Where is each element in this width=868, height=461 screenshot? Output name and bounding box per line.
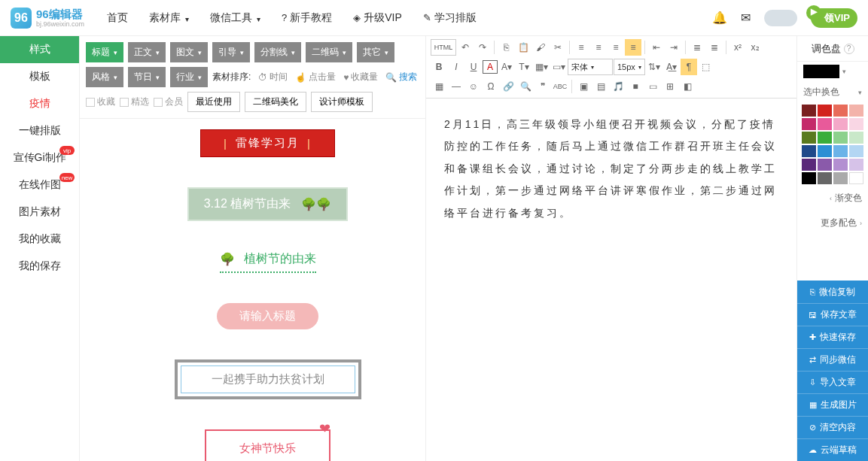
nav-materials[interactable]: 素材库 — [149, 11, 189, 25]
cat-other[interactable]: 其它 — [357, 42, 394, 62]
color-swatch[interactable] — [849, 172, 863, 184]
more-colors-link[interactable]: 更多配色› — [797, 211, 868, 235]
redo-icon[interactable]: ↷ — [474, 39, 491, 56]
paste-icon[interactable]: 📋 — [515, 39, 531, 56]
indent-more-icon[interactable]: ⇥ — [665, 39, 682, 56]
user-avatar[interactable] — [764, 10, 797, 26]
action-2[interactable]: ✚快速保存 — [797, 326, 868, 348]
mail-icon[interactable]: ✉ — [741, 11, 751, 25]
font-size-select[interactable]: 15px — [614, 59, 645, 75]
search-link[interactable]: 🔍搜索 — [385, 71, 417, 83]
sidebar-online-draw[interactable]: 在线作图new — [0, 171, 79, 199]
card-icon[interactable]: ▭ — [644, 78, 661, 95]
chk-fav[interactable]: 收藏 — [86, 96, 115, 108]
color-swatch[interactable] — [802, 145, 816, 157]
align-left-icon[interactable]: ≡ — [573, 39, 589, 56]
copy-icon[interactable]: ⎘ — [498, 39, 514, 56]
align-center-icon[interactable]: ≡ — [590, 39, 607, 56]
sidebar-favorites[interactable]: 我的收藏 — [0, 226, 79, 253]
color-swatch[interactable] — [849, 118, 863, 130]
letter-spacing-icon[interactable]: A͟▾ — [663, 59, 680, 75]
quote-icon[interactable]: ❞ — [535, 78, 551, 95]
color-swatch[interactable] — [849, 145, 863, 157]
color-swatch[interactable] — [833, 159, 848, 171]
help-icon[interactable]: ? — [844, 44, 854, 54]
btn-designer-tpl[interactable]: 设计师模板 — [311, 92, 373, 112]
action-0[interactable]: ⎘微信复制 — [797, 281, 868, 303]
html-source-button[interactable]: HTML — [431, 39, 456, 56]
filter-festival[interactable]: 节日 — [128, 67, 166, 87]
action-3[interactable]: ⇄同步微信 — [797, 348, 868, 371]
template-leifeng[interactable]: 雷锋学习月 — [200, 129, 335, 157]
audio-icon[interactable]: 🎵 — [610, 78, 626, 95]
line-height-icon[interactable]: ⇅▾ — [646, 59, 662, 75]
bold-icon[interactable]: B — [431, 59, 447, 75]
color-swatch[interactable] — [802, 118, 816, 130]
color-swatch[interactable] — [833, 132, 848, 144]
template-goddess-day[interactable]: 女神节快乐 — [205, 429, 330, 461]
action-4[interactable]: ⇩导入文章 — [797, 371, 868, 393]
font-color-icon[interactable]: A▾ — [498, 59, 515, 75]
sidebar-saved[interactable]: 我的保存 — [0, 253, 79, 280]
select-all-icon[interactable]: ⬚ — [698, 59, 714, 75]
nav-upgrade-vip[interactable]: ◈升级VIP — [353, 11, 402, 25]
color-swatch[interactable] — [833, 145, 848, 157]
color-swatch[interactable] — [802, 172, 816, 184]
chevron-down-icon[interactable]: ▾ — [858, 89, 862, 96]
cat-qrcode[interactable]: 二维码 — [306, 42, 352, 62]
action-1[interactable]: 🖫保存文章 — [797, 303, 868, 326]
chk-featured[interactable]: 精选 — [120, 96, 149, 108]
font-format-icon[interactable]: T▾ — [516, 59, 532, 75]
align-right-icon[interactable]: ≡ — [608, 39, 624, 56]
format-brush-icon[interactable]: 🖌 — [532, 39, 549, 56]
color-swatch[interactable] — [818, 132, 832, 144]
paragraph-icon[interactable]: ¶ — [681, 59, 697, 75]
color-swatch[interactable] — [802, 105, 816, 117]
underline-icon[interactable]: U — [465, 59, 482, 75]
btn-qr-beautify[interactable]: 二维码美化 — [245, 92, 306, 112]
clear-format-icon[interactable]: ✂ — [550, 39, 566, 56]
table-icon[interactable]: ▦ — [431, 78, 447, 95]
bell-icon[interactable]: 🔔 — [712, 11, 727, 25]
color-swatch[interactable] — [849, 105, 863, 117]
vote-icon[interactable]: ⊞ — [662, 78, 678, 95]
action-5[interactable]: ▦生成图片 — [797, 393, 868, 416]
filter-industry[interactable]: 行业 — [170, 67, 208, 87]
template-arbor-origin2[interactable]: 🌳植树节的由来 — [220, 251, 316, 273]
video-icon[interactable]: ■ — [627, 78, 644, 95]
color-swatch[interactable] — [833, 118, 848, 130]
sort-clicks[interactable]: ☝点击量 — [295, 71, 336, 83]
subscript-icon[interactable]: x₂ — [747, 39, 763, 56]
gradient-link[interactable]: ‹渐变色 — [797, 186, 868, 211]
cat-divider[interactable]: 分割线 — [254, 42, 301, 62]
color-swatch[interactable] — [818, 159, 832, 171]
color-swatch[interactable] — [849, 132, 863, 144]
color-swatch[interactable] — [849, 159, 863, 171]
nav-learn-layout[interactable]: ✎学习排版 — [423, 11, 477, 25]
template-poverty-plan[interactable]: 一起携手助力扶贫计划 — [175, 359, 361, 399]
border-icon[interactable]: ▭▾ — [550, 59, 567, 75]
indent-less-icon[interactable]: ⇤ — [648, 39, 665, 56]
logo[interactable]: 96 96编辑器 bj.96weixin.com — [11, 8, 84, 29]
color-swatch[interactable] — [802, 159, 816, 171]
color-swatch[interactable] — [818, 105, 832, 117]
action-7[interactable]: ☁云端草稿 — [797, 438, 868, 461]
sort-time[interactable]: ⏱时间 — [258, 71, 288, 83]
cat-text[interactable]: 正文 — [128, 42, 166, 62]
link-icon[interactable]: 🔗 — [500, 78, 516, 95]
vip-badge[interactable]: ▶领VIP — [811, 8, 857, 28]
cat-title[interactable]: 标题 — [86, 42, 123, 62]
abc-icon[interactable]: ABC — [552, 78, 568, 95]
findreplace-icon[interactable]: 🔍 — [517, 78, 534, 95]
sidebar-images[interactable]: 图片素材 — [0, 199, 79, 226]
superscript-icon[interactable]: x² — [729, 39, 746, 56]
cat-imgtext[interactable]: 图文 — [170, 42, 208, 62]
nav-tutorial[interactable]: ?新手教程 — [282, 11, 332, 25]
miniapp-icon[interactable]: ◧ — [679, 78, 696, 95]
color-swatch[interactable] — [818, 145, 832, 157]
color-swatch[interactable] — [802, 132, 816, 144]
current-color[interactable]: ▾ — [797, 62, 868, 81]
undo-icon[interactable]: ↶ — [457, 39, 474, 56]
color-swatch[interactable] — [833, 172, 848, 184]
nav-home[interactable]: 首页 — [107, 11, 128, 25]
